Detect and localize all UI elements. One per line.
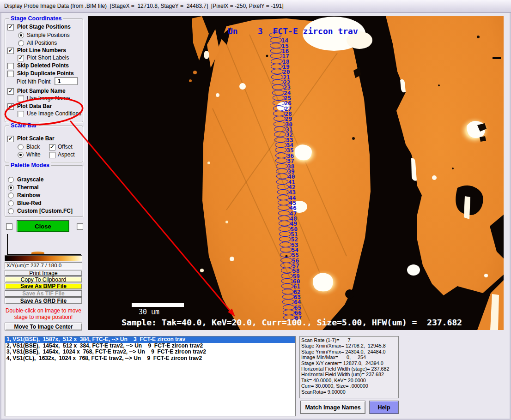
all-positions-label: All Positions [27,40,57,46]
skip-deleted-points-checkbox[interactable]: ✓ [7,63,14,69]
help-button[interactable]: Help [369,401,399,414]
probe-marker [273,106,285,111]
plot-nth-point-input[interactable] [55,77,78,85]
image-list[interactable]: 1, VS1(BSE), 1587x, 512 x 384, FTC-E, --… [5,336,296,416]
plot-scale-bar-label: Plot Scale Bar [17,135,55,142]
plot-line-numbers-label: Plot Line Numbers [17,47,66,54]
scan-info-line: Curr= 30.0000, Size= .000000 [301,383,398,389]
palette-custom-radio[interactable] [8,208,14,214]
palette-thermal-radio[interactable] [8,185,14,191]
plot-line-numbers-checkbox[interactable]: ✓ [7,48,14,54]
sample-positions-radio[interactable] [18,32,24,38]
plot-sample-name-label: Plot Sample Name [17,88,66,94]
plot-stage-positions-checkbox[interactable]: ✓ [7,24,14,30]
probe-marker [281,278,293,284]
use-image-name-label: Use Image Name [27,95,70,102]
match-image-names-button[interactable]: Match Image Names [300,401,365,414]
image-sample-title: Un 3 FCT-E zircon trav [228,26,358,36]
close-left-checkbox[interactable]: ✓ [6,223,12,230]
probe-image-canvas[interactable]: Un 3 FCT-E zircon trav 14151617181920212… [88,16,504,330]
probe-marker [279,226,291,232]
image-scale-bar-label: 30 um [139,308,159,316]
image-list-item[interactable]: 3, VS1(BSE), 1454x, 1024 x 768, FCT-E tr… [5,349,295,355]
save-grd-button[interactable]: Save As GRD File [5,297,82,304]
scan-info-line: Horizontal Field Width (stage)= 237.682 [301,366,398,372]
probe-marker [280,258,292,263]
palette-custom-label: Custom [Custom.FC] [17,208,73,214]
scalebar-white-label: White [26,151,41,158]
skip-duplicate-points-checkbox[interactable]: ✓ [7,71,14,77]
probe-marker [270,48,282,54]
probe-marker [272,79,284,85]
plot-short-labels-checkbox[interactable]: ✓ [18,55,24,61]
probe-marker [276,179,288,185]
scalebar-black-radio[interactable] [18,144,24,150]
scan-info-line: ScanRota= 9.00000 [301,389,398,395]
sample-positions-label: Sample Positions [27,32,70,38]
stage-coordinates-label: Stage Coordinates [9,15,63,22]
palette-thermal-label: Thermal [17,184,39,191]
use-image-conditions-checkbox[interactable]: ✓ [18,111,24,117]
probe-marker [281,273,293,279]
image-list-item[interactable]: 1, VS1(BSE), 1587x, 512 x 384, FTC-E, --… [5,336,295,343]
save-bmp-button[interactable]: Save As BMP File [5,283,82,289]
probe-marker [276,163,288,169]
copy-to-clipboard-button[interactable]: Copy To Clipboard [5,276,82,282]
scan-info-panel: Scan Rate (1-7)= 7Stage Xmin/Xmax= 12708… [299,336,399,398]
use-image-name-checkbox[interactable]: ✓ [18,96,24,102]
probe-marker [275,153,287,158]
probe-marker [275,142,287,148]
palette-rainbow-radio[interactable] [8,192,14,198]
probe-marker [274,137,286,143]
double-click-note-line2: stage to image position! [5,314,82,320]
scalebar-white-radio[interactable] [18,152,24,158]
skip-duplicate-points-label: Skip Duplicate Points [17,70,74,77]
probe-marker [280,263,292,268]
scan-info-line: Image Min/Max= 0, 254 [301,354,398,360]
save-tif-button[interactable]: Save As TIF File [5,290,82,297]
image-scale-bar [132,303,184,307]
probe-marker [283,305,295,310]
image-list-item[interactable]: 2, VS1(BSE), 1454x, 512 x 384, FCT-E tra… [5,343,295,349]
close-right-checkbox[interactable]: ✓ [77,223,83,230]
double-click-note-line1: Double-click on image to move [5,307,82,314]
palette-rainbow-label: Rainbow [17,192,40,198]
image-list-item[interactable]: 4, VS1(CL), 1632x, 1024 x 768, FCT-E tra… [5,355,295,362]
move-to-image-center-button[interactable]: Move To Image Center [5,323,82,330]
probe-marker [274,121,286,127]
scalebar-aspect-checkbox[interactable]: ✓ [49,152,55,158]
plot-data-bar-label: Plot Data Bar [17,103,52,109]
probe-marker [277,184,289,190]
histogram-panel [6,233,82,255]
plot-sample-name-checkbox[interactable]: ✓ [7,88,14,95]
plot-stage-positions-label: Plot Stage Positions [17,24,71,30]
scalebar-offset-label: Offset [58,144,73,150]
title-bar: Display Probe Image Data (from .BIM file… [0,0,511,13]
all-positions-radio[interactable] [18,40,24,46]
probe-marker [277,195,289,200]
plot-scale-bar-checkbox[interactable]: ✓ [7,136,14,142]
scan-info-line: Stage Ymin/Ymax= 24304.0, 24484.0 [301,349,398,354]
scalebar-offset-checkbox[interactable]: ✓ [49,144,55,150]
close-button[interactable]: Close [17,220,69,232]
probe-marker [278,210,290,216]
skip-deleted-points-label: Skip Deleted Points [17,62,69,69]
palette-grayscale-radio[interactable] [8,177,14,183]
histogram-y-axis [7,234,8,255]
probe-marker [280,247,292,252]
use-image-conditions-label: Use Image Conditions [27,110,81,117]
probe-marker [282,294,294,300]
scan-info-line: Horizontal Field Width (um)= 237.682 [301,372,398,377]
scale-bar-label: Scale Bar [9,122,39,129]
print-image-button[interactable]: Print Image [5,270,82,276]
scan-info-line: Stage X/Y center= 12827.0, 24394.0 [301,360,398,366]
probe-marker [274,126,286,132]
probe-marker [282,289,294,294]
plot-data-bar-checkbox[interactable]: ✓ [7,103,14,110]
probe-marker [272,90,284,96]
probe-marker [279,231,291,237]
histogram-data [31,252,44,254]
plot-nth-point-label: Plot Nth Point [17,78,50,85]
scan-info-line: Scan Rate (1-7)= 7 [301,337,398,343]
palette-blue-red-radio[interactable] [8,200,14,206]
